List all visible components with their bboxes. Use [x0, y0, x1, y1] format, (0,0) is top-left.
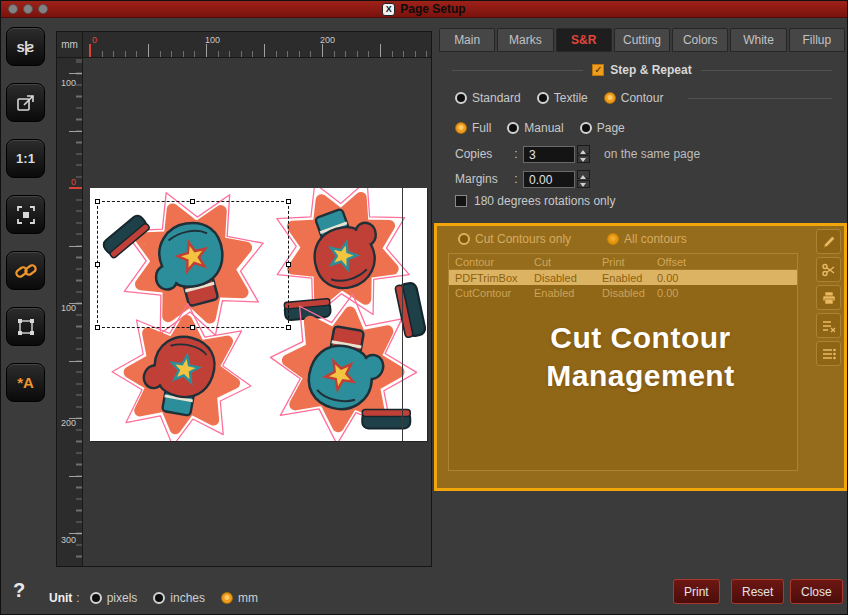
selection-marquee[interactable] [97, 201, 289, 328]
radio-full[interactable]: Full [455, 121, 491, 135]
step-repeat-checkbox[interactable]: ✓ [592, 64, 604, 76]
window-controls [8, 4, 48, 14]
radio-label: Full [472, 121, 491, 135]
selection-handle[interactable] [190, 325, 195, 330]
radio-textile[interactable]: Textile [537, 91, 588, 105]
divider [452, 70, 583, 71]
canvas-area: mm 0 100 200 100 0 100 200 300 [56, 31, 432, 567]
tab-colors[interactable]: Colors [672, 28, 728, 52]
divider [688, 98, 832, 99]
origin-marker [69, 187, 82, 189]
ruler-number: 0 [92, 35, 97, 45]
radio-pixels[interactable]: pixels [90, 591, 138, 605]
mirror-tool-button[interactable]: s|s [6, 27, 45, 66]
radio-label: inches [170, 591, 205, 605]
radio-icon [455, 122, 467, 134]
window-title: Page Setup [400, 2, 465, 16]
reset-button[interactable]: Reset [731, 579, 784, 604]
top-ruler: 0 100 200 [83, 32, 431, 58]
copies-input[interactable]: 3 [523, 146, 575, 163]
margins-input[interactable]: 0.00 [523, 171, 575, 188]
contour-section: Cut Contours only All contours Contour C… [434, 223, 847, 491]
fill-radio-row: Full Manual Page [455, 121, 841, 135]
selection-handle[interactable] [95, 325, 100, 330]
help-button[interactable]: ? [13, 579, 25, 602]
ruler-number: 200 [320, 35, 335, 45]
radio-mm[interactable]: mm [221, 591, 258, 605]
text-tool-button[interactable]: *A [6, 363, 45, 402]
tab-bar: Main Marks S&R Cutting Colors White Fill… [439, 28, 845, 52]
selection-handle[interactable] [286, 262, 291, 267]
radio-contour[interactable]: Contour [604, 91, 664, 105]
colon: : [509, 147, 523, 161]
left-ruler: 100 0 100 200 300 [57, 58, 83, 566]
title-wrap: X Page Setup [382, 2, 465, 16]
selection-handle[interactable] [286, 325, 291, 330]
unit-label: Unit [49, 591, 72, 605]
fit-selection-icon [15, 204, 37, 226]
colon: : [76, 591, 79, 605]
unit-selector: Unit : pixels inches mm [49, 591, 274, 605]
ruler-number: 300 [58, 535, 76, 545]
page [90, 188, 427, 441]
annotation-text: Cut Contour Management [546, 319, 734, 395]
minimize-window-button[interactable] [23, 4, 33, 14]
radio-manual[interactable]: Manual [507, 121, 563, 135]
margins-label: Margins [455, 172, 509, 186]
radio-icon [90, 592, 102, 604]
print-button[interactable]: Print [673, 579, 720, 604]
page-margin-line [402, 188, 403, 441]
radio-label: pixels [107, 591, 138, 605]
radio-label: Textile [554, 91, 588, 105]
radio-inches[interactable]: inches [153, 591, 205, 605]
radio-label: Page [597, 121, 625, 135]
ruler-number: 100 [58, 303, 76, 313]
tab-fillup[interactable]: Fillup [789, 28, 845, 52]
margins-stepper[interactable] [577, 170, 590, 188]
zoom-window-button[interactable] [38, 4, 48, 14]
rotation-checkbox[interactable] [455, 195, 467, 207]
radio-icon [604, 92, 616, 104]
radio-page[interactable]: Page [580, 121, 625, 135]
tab-cutting[interactable]: Cutting [614, 28, 670, 52]
annotation-overlay: Cut Contour Management [434, 223, 847, 491]
export-icon [15, 92, 37, 114]
radio-icon [537, 92, 549, 104]
canvas-viewport[interactable] [83, 58, 431, 566]
selection-handle[interactable] [190, 199, 195, 204]
step-repeat-title: Step & Repeat [610, 63, 691, 77]
radio-label: Manual [524, 121, 563, 135]
ruler-number: 100 [58, 78, 76, 88]
actual-size-button[interactable]: 1:1 [6, 139, 45, 178]
copies-stepper[interactable] [577, 145, 590, 163]
fit-selection-button[interactable] [6, 195, 45, 234]
selection-handle[interactable] [95, 199, 100, 204]
colon: : [509, 172, 523, 186]
link-tool-button[interactable] [6, 251, 45, 290]
radio-standard[interactable]: Standard [455, 91, 521, 105]
tab-main[interactable]: Main [439, 28, 495, 52]
copies-label: Copies [455, 147, 509, 161]
transform-tool-button[interactable] [6, 307, 45, 346]
copies-row: Copies : 3 on the same page [455, 145, 841, 163]
origin-marker [89, 44, 91, 57]
mirror-icon: s|s [17, 38, 35, 55]
tab-marks[interactable]: Marks [497, 28, 553, 52]
radio-icon [507, 122, 519, 134]
actual-size-icon: 1:1 [16, 151, 35, 166]
tab-white[interactable]: White [730, 28, 786, 52]
radio-label: mm [238, 591, 258, 605]
export-tool-button[interactable] [6, 83, 45, 122]
mode-radio-row: Standard Textile Contour [455, 91, 841, 105]
selection-handle[interactable] [286, 199, 291, 204]
radio-label: Contour [621, 91, 664, 105]
rotation-row: 180 degrees rotations only [455, 194, 841, 208]
close-window-button[interactable] [8, 4, 18, 14]
tab-step-and-repeat[interactable]: S&R [556, 28, 612, 52]
ruler-unit-box: mm [57, 32, 83, 58]
annotation-line: Cut Contour [546, 319, 734, 357]
copies-suffix: on the same page [604, 147, 700, 161]
close-button[interactable]: Close [790, 579, 843, 604]
selection-handle[interactable] [95, 262, 100, 267]
link-icon [14, 259, 38, 283]
